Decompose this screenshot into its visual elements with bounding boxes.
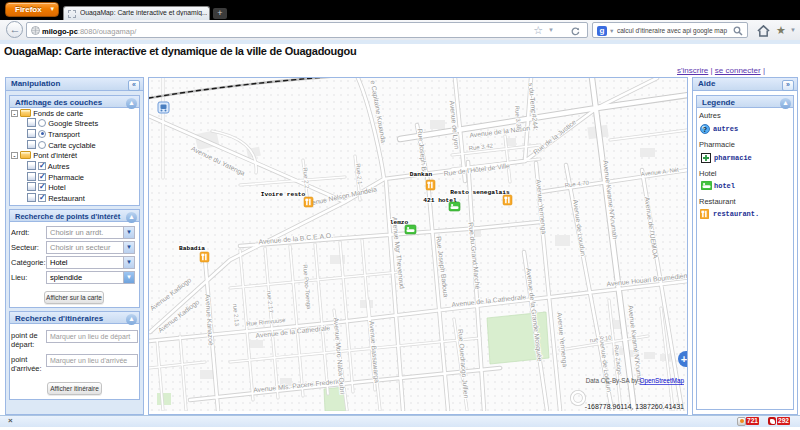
svg-text:Ivoire resto: Ivoire resto [261,191,306,198]
svg-text:Dankan: Dankan [410,171,433,178]
svg-text:Data CC-By-SA by OpenStreetMap: Data CC-By-SA by OpenStreetMap [586,377,685,385]
svg-text:Resto senegalais: Resto senegalais [450,189,510,196]
svg-text:Babadia: Babadia [179,245,205,252]
svg-text:?: ? [703,126,707,133]
svg-text:-168778.96114, 1387260.41431: -168778.96114, 1387260.41431 [585,403,684,410]
svg-text:+: + [681,353,687,365]
